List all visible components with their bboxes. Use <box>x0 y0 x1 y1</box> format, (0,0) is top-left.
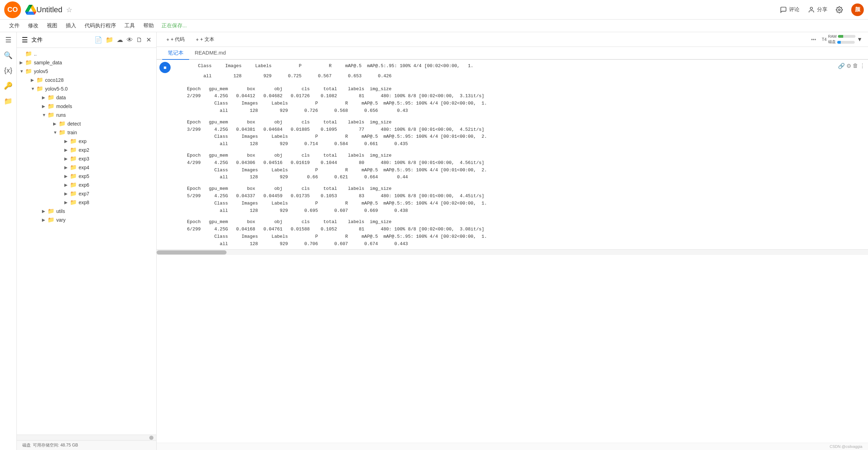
user-avatar[interactable]: 颜 <box>851 3 864 16</box>
comment-button[interactable]: 评论 <box>780 6 799 13</box>
arrow-icon: ▼ <box>53 130 59 135</box>
arrow-icon: ▶ <box>42 217 48 222</box>
plus-code-icon: + <box>166 37 169 42</box>
folder-open-icon[interactable]: 📁 <box>4 97 13 105</box>
menu-help[interactable]: 帮助 <box>140 21 157 30</box>
tree-label: exp8 <box>79 200 89 205</box>
tree-item-detect[interactable]: ▶ 📁 detect <box>17 119 156 128</box>
new-folder-icon[interactable]: 📁 <box>106 36 113 44</box>
link-icon[interactable]: 🔗 <box>838 63 845 69</box>
menu-tools[interactable]: 工具 <box>121 21 138 30</box>
folder-icon: 📁 <box>48 94 55 101</box>
upload-icon[interactable]: ☁ <box>117 36 123 44</box>
tree-item-exp4[interactable]: ▶ 📁 exp4 <box>17 163 156 172</box>
variable-icon[interactable]: {x} <box>4 66 12 74</box>
tree-item-runs[interactable]: ▼ 📁 runs <box>17 110 156 119</box>
search-icon[interactable]: 🔍 <box>4 51 13 59</box>
folder-icon: 📁 <box>48 216 55 223</box>
tree-item-exp6[interactable]: ▶ 📁 exp6 <box>17 180 156 189</box>
folder-icon: 📁 <box>36 85 43 92</box>
main-layout: ☰ 🔍 {x} 🔑 📁 ☰ 文件 📄 📁 ☁ 👁 🗋 ✕ 📁 .. <box>0 32 868 450</box>
settings-button[interactable] <box>836 6 843 13</box>
more-options-icon[interactable]: ••• <box>811 37 816 42</box>
tree-item-coco128[interactable]: ▶ 📁 coco128 <box>17 76 156 84</box>
tree-item-exp7[interactable]: ▶ 📁 exp7 <box>17 189 156 198</box>
add-code-button[interactable]: + + 代码 <box>162 35 189 44</box>
menu-view[interactable]: 视图 <box>43 21 61 30</box>
run-circle[interactable]: ■ <box>159 62 171 73</box>
close-icon[interactable]: ✕ <box>146 36 151 44</box>
drive-icon <box>25 4 36 15</box>
tree-label: utils <box>56 208 65 214</box>
folder-icon: 📁 <box>48 103 55 109</box>
share-button[interactable]: 分享 <box>808 6 827 13</box>
menu-bar: 文件 修改 视图 插入 代码执行程序 工具 帮助 正在保存... <box>0 20 868 32</box>
expand-icon[interactable]: ▼ <box>857 36 862 43</box>
tree-label: train <box>67 130 77 135</box>
tree-item-utils[interactable]: ▶ 📁 utils <box>17 207 156 215</box>
tree-label: exp4 <box>79 165 89 170</box>
output-area[interactable]: ■ Class Images Labels P R mAP@.5 mAP@.5:… <box>157 60 868 443</box>
epoch-4-class-header: Class Images Labels P R mAP@.5 mAP@.5:.9… <box>173 167 835 174</box>
svg-point-0 <box>810 7 813 9</box>
sidebar: ☰ 文件 📄 📁 ☁ 👁 🗋 ✕ 📁 .. ▶ 📁 sample_data <box>17 32 157 450</box>
top-bar: CO Untitled ☆ 评论 分享 <box>0 0 868 20</box>
ram-bar-fill <box>838 35 843 38</box>
epoch-6-all: all 128 929 0.706 0.607 0.674 0.443 <box>173 241 835 248</box>
disk-label: 磁盘 <box>828 39 836 44</box>
star-icon[interactable]: ☆ <box>66 6 72 14</box>
arrow-icon: ▶ <box>20 60 25 65</box>
folder-icon: 📁 <box>25 68 32 74</box>
tree-item-data[interactable]: ▶ 📁 data <box>17 93 156 102</box>
tab-notebook[interactable]: 笔记本 <box>162 47 189 60</box>
menu-toggle-icon[interactable]: ☰ <box>5 36 12 44</box>
sidebar-close-icon[interactable]: 🗋 <box>136 36 143 44</box>
tree-item-models[interactable]: ▶ 📁 models <box>17 102 156 110</box>
tree-item-yolov5-50[interactable]: ▼ 📁 yolov5-5.0 <box>17 84 156 93</box>
new-file-icon[interactable]: 📄 <box>94 36 102 44</box>
tree-item-exp5[interactable]: ▶ 📁 exp5 <box>17 172 156 180</box>
tree-item-dotdot[interactable]: 📁 .. <box>17 49 156 58</box>
tree-label: yolov5-5.0 <box>45 86 68 92</box>
tab-readme[interactable]: README.md <box>189 47 231 60</box>
hscroll-thumb[interactable] <box>157 250 227 255</box>
tree-item-exp8[interactable]: ▶ 📁 exp8 <box>17 198 156 207</box>
more-cell-icon[interactable]: ⋮ <box>860 63 865 69</box>
add-text-button[interactable]: + + 文本 <box>192 35 218 44</box>
tree-item-sample-data[interactable]: ▶ 📁 sample_data <box>17 58 156 67</box>
tree-item-train[interactable]: ▼ 📁 train <box>17 128 156 137</box>
arrow-icon: ▶ <box>64 156 70 161</box>
folder-icon: 📁 <box>25 59 32 66</box>
tree-item-exp3[interactable]: ▶ 📁 exp3 <box>17 154 156 163</box>
hamburger-icon[interactable]: ☰ <box>22 36 28 44</box>
key-icon[interactable]: 🔑 <box>4 81 13 90</box>
tree-label: vary <box>56 217 65 223</box>
storage-label: 可用存储空间: 48.75 GB <box>33 442 78 448</box>
tree-item-vary[interactable]: ▶ 📁 vary <box>17 215 156 224</box>
tree-label: coco128 <box>45 77 64 83</box>
sidebar-scrollbar[interactable] <box>17 435 156 440</box>
ram-label: RAM <box>828 34 837 38</box>
tab-notebook-label: 笔记本 <box>168 50 184 56</box>
file-tree: 📁 .. ▶ 📁 sample_data ▼ 📁 yolov5 ▶ 📁 coco… <box>17 48 156 435</box>
notebook-toolbar: + + 代码 + + 文本 ••• T4 RAM <box>157 32 868 47</box>
disk-label: 磁盘 <box>22 442 31 448</box>
tab-readme-label: README.md <box>195 50 226 56</box>
menu-file[interactable]: 文件 <box>6 21 23 30</box>
delete-cell-icon[interactable]: 🗑 <box>853 63 858 69</box>
cell-run-button[interactable]: ■ <box>157 61 173 73</box>
arrow-icon: ▶ <box>64 200 70 205</box>
folder-icon: 📁 <box>59 120 66 127</box>
tree-label: exp <box>79 138 87 144</box>
horizontal-scrollbar[interactable] <box>157 249 868 255</box>
tree-item-exp[interactable]: ▶ 📁 exp <box>17 137 156 145</box>
folder-icon: 📁 <box>36 77 43 83</box>
left-strip: ☰ 🔍 {x} 🔑 📁 <box>0 32 17 450</box>
settings-cell-icon[interactable]: ⚙ <box>846 63 851 69</box>
menu-runtime[interactable]: 代码执行程序 <box>81 21 120 30</box>
menu-insert[interactable]: 插入 <box>62 21 80 30</box>
tree-item-exp2[interactable]: ▶ 📁 exp2 <box>17 145 156 154</box>
tree-item-yolov5[interactable]: ▼ 📁 yolov5 <box>17 67 156 76</box>
refresh-icon[interactable]: 👁 <box>127 36 133 44</box>
menu-edit[interactable]: 修改 <box>24 21 42 30</box>
